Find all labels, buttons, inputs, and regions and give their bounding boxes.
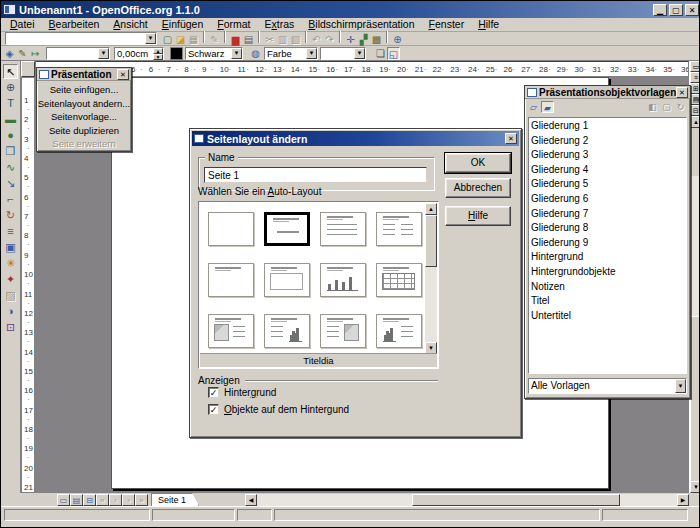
stylist-icon[interactable]: ▞ [357,33,370,46]
line-width-stepper[interactable]: 0,00cm ▲▼ [114,47,164,60]
edit-points-icon[interactable]: ◈ [3,47,16,60]
fill-type-combobox[interactable]: Farbe ▼ [264,47,318,60]
scroll-down-icon[interactable]: ▼ [690,481,700,493]
hscroll-right-icon[interactable]: ▶ [677,494,689,506]
restore-button[interactable]: ▢ [669,4,683,16]
vertical-ruler[interactable]: 1·2·3·4·5·6·7·8·9·10·11·12·13·14·15·16·1… [21,77,35,493]
style-item-gliederung-8[interactable]: Gliederung 8 [531,221,684,236]
layout-title-2content[interactable] [376,212,422,246]
vertical-scroll-track[interactable] [690,176,700,481]
url-combobox[interactable]: ▼ [5,32,157,45]
notes-mode-button[interactable]: ▤ [70,494,83,506]
notes-view-button[interactable]: ▤ [690,94,700,105]
style-item-untertitel[interactable]: Untertitel [531,309,684,324]
presentation-toolbar-titlebar[interactable]: Präsentation ✕ [37,68,131,81]
line-style-combobox[interactable]: ▼ [46,47,110,60]
cut-icon[interactable]: ✂ [263,33,276,46]
export-pdf-icon[interactable]: ▆ [229,33,242,46]
layout-title-chart[interactable] [320,263,366,297]
ruler-corner[interactable] [21,61,35,77]
style-item-gliederung-6[interactable]: Gliederung 6 [531,192,684,207]
minimize-button[interactable]: ▁ [653,4,667,16]
styles-filter-combobox[interactable]: Alle Vorlagen ▼ [528,378,687,394]
page-tab[interactable]: Seite 1 [151,493,199,506]
pres-item-seite-duplizieren[interactable]: Seite duplizieren [37,124,131,138]
new-document-icon[interactable]: ▢ [161,33,174,46]
layout-title-chart-text[interactable] [376,314,422,348]
menu-einfügen[interactable]: Einfügen [155,18,210,31]
redo-icon[interactable]: ↷ [323,33,336,46]
presentation-styles-icon[interactable]: ▰ [541,101,554,113]
scroll-up-icon[interactable]: ▲ [690,116,700,128]
helplines-icon[interactable]: ◱ [387,47,400,60]
close-button[interactable]: ✕ [685,4,699,16]
ok-button[interactable]: OK [445,153,511,173]
pres-item-seitenvorlage[interactable]: Seitenvorlage... [37,110,131,124]
style-item-gliederung-7[interactable]: Gliederung 7 [531,207,684,222]
arrange-tool-icon[interactable]: ▣ [3,240,18,255]
style-item-gliederung-2[interactable]: Gliederung 2 [531,134,684,149]
area-style-icon[interactable]: ◍ [249,47,262,60]
graphics-styles-icon[interactable]: ▱ [527,101,540,113]
presentation-toolbar-close-icon[interactable]: ✕ [117,69,129,80]
animation-tool-icon[interactable]: ▨ [3,288,18,303]
curve-tool-icon[interactable]: ∿ [3,160,18,175]
style-item-notizen[interactable]: Notizen [531,280,684,295]
menu-datei[interactable]: Datei [3,18,42,31]
style-item-gliederung-1[interactable]: Gliederung 1 [531,119,684,134]
zoom-tool-icon[interactable]: ⊕ [3,80,18,95]
gallery-icon[interactable]: ▩ [370,33,383,46]
handout-view-button[interactable]: ⊟ [690,105,700,116]
new-style-icon[interactable]: ▢ [660,101,673,113]
objects3d-tool-icon[interactable]: ❒ [3,144,18,159]
dialog-titlebar[interactable]: Seitenlayout ändern ✕ [192,131,519,146]
drawing-view-button[interactable]: ▭ [690,61,700,72]
layout-blank[interactable] [208,212,254,246]
rectangle-tool-icon[interactable]: ▬ [3,112,18,127]
cancel-button[interactable]: Abbrechen [445,178,511,198]
dialog-close-icon[interactable]: ✕ [505,133,517,144]
layout-title-clipart-text[interactable] [208,314,254,348]
presentation-tool-icon[interactable]: ⊡ [3,320,18,335]
layout-title-subtitle[interactable] [264,212,310,246]
stylist-close-icon[interactable]: ✕ [676,87,688,98]
navigator-icon[interactable]: ✛ [344,33,357,46]
menu-bildschirmpräsentation[interactable]: Bildschirmpräsentation [301,18,421,31]
styles-filter-dropdown-icon[interactable]: ▼ [675,379,686,393]
horizontal-scroll-thumb[interactable] [412,494,620,506]
line-width-down-icon[interactable]: ▼ [153,54,163,60]
open-icon[interactable]: ◪ [174,33,187,46]
layout-title-text-clipart[interactable] [320,314,366,348]
pres-item-seitenlayout-ändern[interactable]: Seitenlayout ändern... [37,97,131,111]
update-style-icon[interactable]: ↻ [674,101,687,113]
handout-mode-button[interactable]: ⊟ [83,494,96,506]
style-item-hintergrundobjekte[interactable]: Hintergrundobjekte [531,265,684,280]
line-color-combobox[interactable]: Schwarz ▼ [185,47,243,60]
styles-list[interactable]: Gliederung 1Gliederung 2Gliederung 3Glie… [528,117,687,374]
name-input[interactable] [204,167,427,183]
fill-type-dropdown-icon[interactable]: ▼ [306,48,317,59]
style-item-gliederung-4[interactable]: Gliederung 4 [531,163,684,178]
horizontal-scroll-track[interactable] [257,494,677,506]
layout-scrollbar[interactable]: ▲ ▼ [425,203,437,354]
checkbox-hintergrund[interactable]: ✓Hintergrund [208,387,276,398]
menu-extras[interactable]: Extras [258,18,302,31]
prev-page-button[interactable]: ‹ [109,494,122,506]
zoom-icon[interactable]: ⊕ [391,33,404,46]
layout-scroll-up-icon[interactable]: ▲ [425,203,437,215]
connector-tool-icon[interactable]: ⌐ [3,192,18,207]
ellipse-tool-icon[interactable]: ● [3,128,18,143]
menu-ansicht[interactable]: Ansicht [106,18,154,31]
style-item-gliederung-9[interactable]: Gliederung 9 [531,236,684,251]
checkbox-objekte-auf-dem-hintergund[interactable]: ✓Objekte auf dem Hintergund [208,404,349,415]
layout-title-content[interactable] [320,212,366,246]
checkbox-box[interactable]: ✓ [208,404,219,415]
line-style-dropdown-icon[interactable]: ▼ [98,48,109,59]
style-item-gliederung-3[interactable]: Gliederung 3 [531,148,684,163]
fill-format-mode-icon[interactable]: ◧ [646,101,659,113]
slide-view-button[interactable]: ⊞ [690,83,700,94]
style-item-titel[interactable]: Titel [531,294,684,309]
interaction-tool-icon[interactable]: ✦ [3,272,18,287]
undo-icon[interactable]: ↶ [310,33,323,46]
line-color-dropdown-icon[interactable]: ▼ [231,48,242,59]
